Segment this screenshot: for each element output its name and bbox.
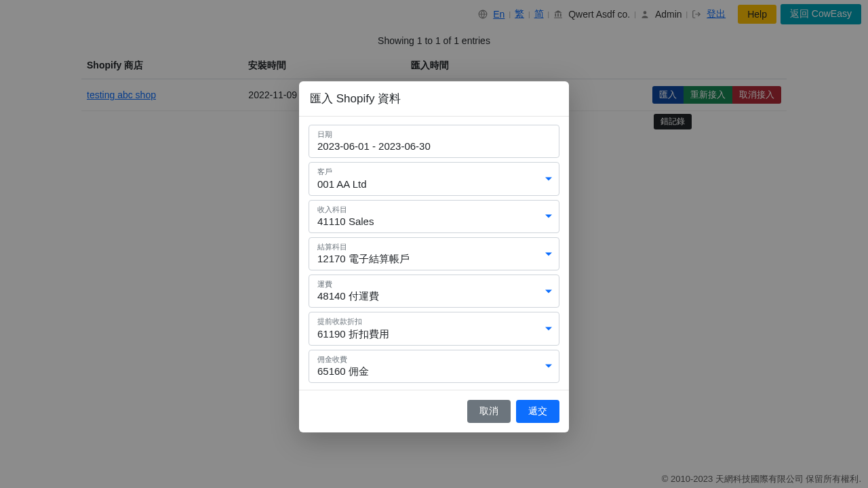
shipping-label: 運費 [317, 279, 552, 289]
income-label: 收入科目 [317, 205, 552, 214]
date-field[interactable]: 日期 2023-06-01 - 2023-06-30 [309, 125, 559, 158]
submit-button[interactable]: 遞交 [516, 400, 559, 423]
chevron-down-icon [545, 289, 552, 293]
commission-label: 佣金收費 [317, 354, 552, 364]
customer-field[interactable]: 客戶 001 AA Ltd [309, 162, 559, 195]
customer-label: 客戶 [317, 167, 552, 176]
modal-title: 匯入 Shopify 資料 [299, 81, 569, 117]
chevron-down-icon [545, 365, 552, 368]
chevron-down-icon [545, 252, 552, 256]
date-value: 2023-06-01 - 2023-06-30 [317, 139, 552, 153]
settle-label: 結算科目 [317, 242, 552, 251]
commission-field[interactable]: 佣金收費 65160 佣金 [309, 350, 559, 383]
modal-overlay[interactable]: 匯入 Shopify 資料 日期 2023-06-01 - 2023-06-30… [0, 0, 868, 488]
discount-value: 61190 折扣費用 [317, 327, 552, 341]
settle-value: 12170 電子結算帳戶 [317, 251, 552, 266]
date-label: 日期 [317, 129, 552, 139]
customer-value: 001 AA Ltd [317, 177, 552, 191]
cancel-button[interactable]: 取消 [467, 400, 511, 423]
chevron-down-icon [545, 177, 552, 180]
shipping-value: 48140 付運費 [317, 289, 552, 303]
chevron-down-icon [545, 327, 552, 331]
income-field[interactable]: 收入科目 41110 Sales [309, 200, 559, 233]
import-modal: 匯入 Shopify 資料 日期 2023-06-01 - 2023-06-30… [299, 81, 569, 432]
discount-label: 提前收款折扣 [317, 317, 552, 326]
settle-field[interactable]: 結算科目 12170 電子結算帳戶 [309, 237, 559, 270]
chevron-down-icon [545, 215, 552, 218]
income-value: 41110 Sales [317, 214, 552, 228]
shipping-field[interactable]: 運費 48140 付運費 [309, 274, 559, 308]
discount-field[interactable]: 提前收款折扣 61190 折扣費用 [309, 312, 559, 345]
footer-copyright: © 2010-2023 天網科技國際有限公司 保留所有權利. [662, 473, 861, 485]
commission-value: 65160 佣金 [317, 364, 552, 378]
